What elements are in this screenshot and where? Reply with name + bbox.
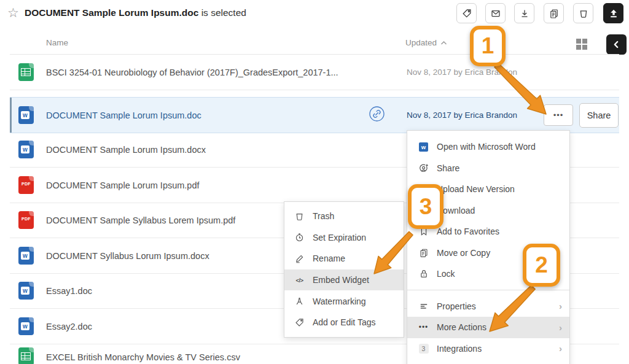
menu-item-rename[interactable]: Rename: [284, 248, 404, 269]
menu-item-properties[interactable]: Properties ›: [407, 296, 569, 317]
menu-item-embed-widget[interactable]: </> Embed Widget: [284, 269, 404, 291]
pencil-icon: [294, 254, 305, 263]
chevron-right-icon: ›: [559, 301, 562, 311]
microsoft-word-icon: w: [418, 142, 429, 152]
menu-item-watermarking[interactable]: Watermarking: [284, 290, 404, 312]
trash-button[interactable]: [573, 3, 593, 23]
word-file-icon: w: [18, 247, 34, 265]
share-person-icon: [418, 163, 429, 173]
embed-code-icon: </>: [294, 277, 305, 284]
row-share-button[interactable]: Share: [579, 103, 619, 128]
menu-item-more-actions[interactable]: ••• More Actions ›: [407, 317, 569, 338]
pen-nib-icon: [294, 296, 305, 306]
pdf-file-icon: PDF: [18, 176, 34, 194]
lock-icon: [418, 269, 429, 279]
favorite-star-icon[interactable]: ☆: [7, 6, 19, 19]
menu-item-integrations[interactable]: 3 Integrations ›: [407, 338, 569, 360]
copy-button[interactable]: [544, 3, 564, 23]
clock-icon: [294, 233, 305, 242]
properties-lines-icon: [418, 301, 429, 311]
shared-link-icon: [369, 106, 385, 122]
word-file-icon: w: [18, 282, 34, 300]
download-icon: [520, 9, 529, 18]
more-dots-icon: •••: [418, 323, 429, 331]
selected-suffix: is selected: [198, 7, 246, 18]
word-file-icon: w: [18, 141, 34, 158]
tag-icon: [462, 9, 472, 18]
updated-column-header[interactable]: Updated: [405, 38, 447, 47]
annotation-step-3: 3: [408, 184, 443, 229]
word-file-icon: w: [18, 317, 34, 335]
spreadsheet-file-icon: [18, 347, 34, 364]
integrations-count-badge: 3: [418, 344, 429, 354]
copy-icon: [549, 9, 559, 18]
chevron-right-icon: ›: [559, 343, 562, 354]
annotation-step-2: 2: [523, 244, 560, 287]
sort-ascending-icon: [440, 41, 447, 45]
upload-button[interactable]: [603, 3, 623, 23]
word-file-icon: w: [18, 106, 34, 124]
move-copy-icon: [418, 248, 429, 258]
page-title: DOCUMENT Sample Lorum Ipsum.doc is selec…: [25, 7, 246, 18]
spreadsheet-file-icon: [18, 63, 34, 81]
email-button[interactable]: [485, 3, 506, 23]
menu-item-trash[interactable]: Trash: [284, 206, 404, 227]
trash-icon: [294, 212, 305, 221]
row-more-actions-button[interactable]: •••: [544, 104, 573, 126]
menu-item-set-expiration[interactable]: Set Expiration: [284, 227, 404, 249]
more-actions-submenu: Trash Set Expiration Rename </> Embed Wi…: [284, 201, 404, 338]
menu-divider: [407, 290, 569, 290]
upload-icon: [609, 9, 619, 18]
selected-file-name: DOCUMENT Sample Lorum Ipsum.doc: [25, 7, 198, 18]
tags-button[interactable]: [456, 3, 477, 23]
chevron-right-icon: ›: [559, 322, 562, 333]
menu-item-add-or-edit-tags[interactable]: Add or Edit Tags: [284, 312, 404, 333]
tag-icon: [294, 318, 305, 327]
table-row[interactable]: BSCI 3254-01 Neurobiology of Behavior (2…: [10, 55, 619, 90]
menu-item-open-with-word[interactable]: w Open with Microsoft Word: [407, 136, 569, 158]
pdf-file-icon: PDF: [18, 211, 34, 229]
collapse-sidebar-button[interactable]: [606, 34, 627, 55]
download-button[interactable]: [514, 3, 534, 23]
trash-icon: [579, 9, 588, 18]
grid-view-icon[interactable]: [576, 39, 581, 44]
menu-item-share[interactable]: Share: [407, 158, 569, 179]
table-row-selected[interactable]: w DOCUMENT Sample Lorum Ipsum.doc Nov 8,…: [10, 97, 619, 133]
chevron-left-icon: [611, 39, 622, 50]
annotation-step-1: 1: [470, 26, 506, 66]
name-column-header[interactable]: Name: [46, 38, 68, 47]
envelope-icon: [491, 9, 501, 18]
